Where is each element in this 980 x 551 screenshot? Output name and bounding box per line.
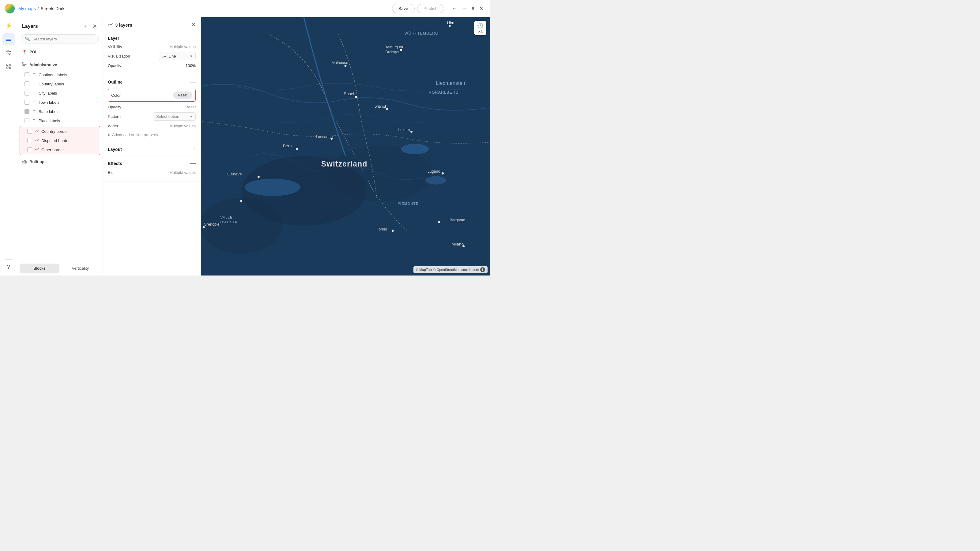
layer-item-continent-labels[interactable]: T Continent labels [17, 70, 103, 79]
layer-group-builtup[interactable]: Built-up [17, 156, 103, 167]
visualization-select[interactable]: Line ▾ [159, 52, 196, 60]
pattern-label: Pattern [108, 114, 121, 119]
save-button[interactable]: Save [392, 4, 415, 13]
layer-item-country-labels[interactable]: T Country labels [17, 79, 103, 89]
layer-checkbox-disputed-border[interactable] [27, 138, 32, 143]
props-title-row: 3 layers [108, 22, 132, 27]
breadcrumb-link[interactable]: My maps [18, 6, 36, 11]
color-row-highlighted: Color Reset [108, 89, 196, 102]
layout-add-button[interactable]: + [192, 146, 196, 152]
tab-verticality[interactable]: Verticality [60, 264, 100, 273]
layer-item-disputed-border[interactable]: Disputed border [20, 136, 100, 145]
layer-checkbox-town[interactable] [24, 100, 29, 105]
line-icon-disputed-border [35, 138, 39, 143]
pattern-select[interactable]: Select option ▾ [153, 112, 196, 121]
props-close-button[interactable]: ✕ [191, 21, 196, 28]
svg-text:Ulm: Ulm [447, 21, 454, 25]
advanced-label: Advanced outline properties [112, 133, 161, 137]
nav-close-button[interactable]: ✕ [477, 4, 485, 13]
opacity-row: Opacity 100% [108, 64, 196, 68]
add-layer-button[interactable]: + [81, 22, 89, 30]
props-header: 3 layers ✕ [103, 17, 200, 32]
map-copyright: © MapTiler © OpenStreetMap contributors … [414, 266, 488, 273]
layer-group-administrative[interactable]: Administrative [17, 59, 103, 70]
color-reset-button[interactable]: Reset [173, 92, 192, 99]
map-area[interactable]: Ulm Freiburg im Breisgau Mulhouse Basel … [201, 17, 490, 275]
svg-text:Freiburg im: Freiburg im [384, 45, 403, 49]
layer-item-city-labels[interactable]: T City labels [17, 89, 103, 98]
layer-checkbox-state[interactable] [24, 109, 29, 114]
visibility-row: Visibility Multiple values [108, 44, 196, 49]
search-input[interactable] [32, 37, 95, 41]
layers-search-bar[interactable]: 🔍 [21, 34, 99, 43]
layer-group-poi[interactable]: 📍 POI [17, 47, 103, 57]
layer-checkbox-continent[interactable] [24, 72, 29, 77]
layer-item-country-border[interactable]: Country border [20, 127, 100, 136]
nav-menu-button[interactable]: ≡ [470, 4, 476, 13]
admin-group-label: Administrative [29, 62, 57, 67]
svg-point-17 [425, 176, 446, 184]
svg-text:Basel: Basel [344, 92, 354, 96]
blur-value: Multiple values [169, 170, 196, 175]
sidebar-icon-lightning[interactable]: ⚡ [2, 20, 15, 32]
info-icon[interactable]: i [480, 267, 485, 272]
layer-checkbox-country-border[interactable] [27, 129, 32, 134]
outline-opacity-row: Opacity Reset [108, 105, 196, 109]
svg-text:WÜRTTEMBERG: WÜRTTEMBERG [404, 31, 439, 35]
layer-item-other-border[interactable]: Other border [20, 145, 100, 154]
layer-checkbox-country[interactable] [24, 81, 29, 86]
layer-item-town-labels[interactable]: T Town labels [17, 98, 103, 107]
outline-opacity-reset[interactable]: Reset [185, 105, 196, 109]
svg-text:Mulhouse: Mulhouse [332, 60, 348, 65]
layer-label-other-border: Other border [41, 148, 95, 152]
text-icon-place: T [32, 119, 36, 122]
layer-item-state-labels[interactable]: T State labels [17, 107, 103, 116]
svg-point-6 [9, 53, 10, 55]
visualization-row: Visualization Line ▾ [108, 52, 196, 60]
width-label: Width [108, 124, 118, 128]
props-layout-section: Layout + [103, 142, 200, 156]
svg-point-31 [203, 226, 205, 229]
svg-rect-8 [23, 161, 24, 163]
icon-sidebar: ⚡ ? [0, 17, 17, 275]
sidebar-icon-layers[interactable] [2, 33, 15, 45]
breadcrumb-sep: / [38, 6, 39, 11]
layer-label-state: State labels [38, 109, 98, 114]
sidebar-icon-puzzle[interactable] [2, 60, 15, 72]
publish-button[interactable]: Publish [417, 4, 444, 13]
svg-text:Bern: Bern [283, 144, 292, 148]
svg-point-18 [449, 25, 451, 27]
sidebar-icon-sliders[interactable] [2, 46, 15, 59]
layers-bottom-tabs: Blocks Verticality [17, 261, 103, 275]
nav-forward-button[interactable]: → [460, 4, 469, 13]
props-body: Layer Visibility Multiple values Visuali… [103, 32, 200, 275]
nav-back-button[interactable]: ← [450, 4, 459, 13]
sidebar-bottom: ? [2, 258, 15, 273]
svg-rect-2 [6, 40, 11, 41]
sidebar-icon-help[interactable]: ? [2, 261, 15, 273]
layers-list: 📍 POI Administrative T Continent labels [17, 47, 103, 261]
outline-section-header: Outline — [108, 79, 196, 85]
line-icon-country-border [35, 129, 39, 133]
layer-section-title: Layer [108, 36, 196, 41]
text-icon-state: T [32, 110, 36, 113]
outline-collapse-btn[interactable]: — [190, 79, 196, 85]
layers-panel-header: Layers + ✕ [17, 17, 103, 34]
zoom-level: 6.1 [478, 29, 483, 33]
visualization-label: Visualization [108, 54, 130, 59]
svg-text:Torino: Torino [377, 227, 387, 232]
layers-panel-title: Layers [22, 24, 38, 29]
layers-close-button[interactable]: ✕ [92, 22, 98, 30]
layer-checkbox-city[interactable] [24, 91, 29, 95]
advanced-properties-row[interactable]: ▶ Advanced outline properties [108, 131, 196, 138]
layer-checkbox-other-border[interactable] [27, 147, 32, 152]
map-svg: Ulm Freiburg im Breisgau Mulhouse Basel … [201, 17, 490, 275]
tab-blocks[interactable]: Blocks [20, 264, 59, 273]
svg-text:Genève: Genève [227, 172, 242, 176]
effects-collapse-btn[interactable]: — [190, 160, 196, 167]
svg-rect-9 [24, 160, 25, 163]
layer-item-place-labels[interactable]: T Place labels [17, 116, 103, 125]
poi-group-icon: 📍 [22, 49, 27, 54]
layer-checkbox-place[interactable] [24, 118, 29, 123]
props-layer-icon [108, 22, 113, 27]
